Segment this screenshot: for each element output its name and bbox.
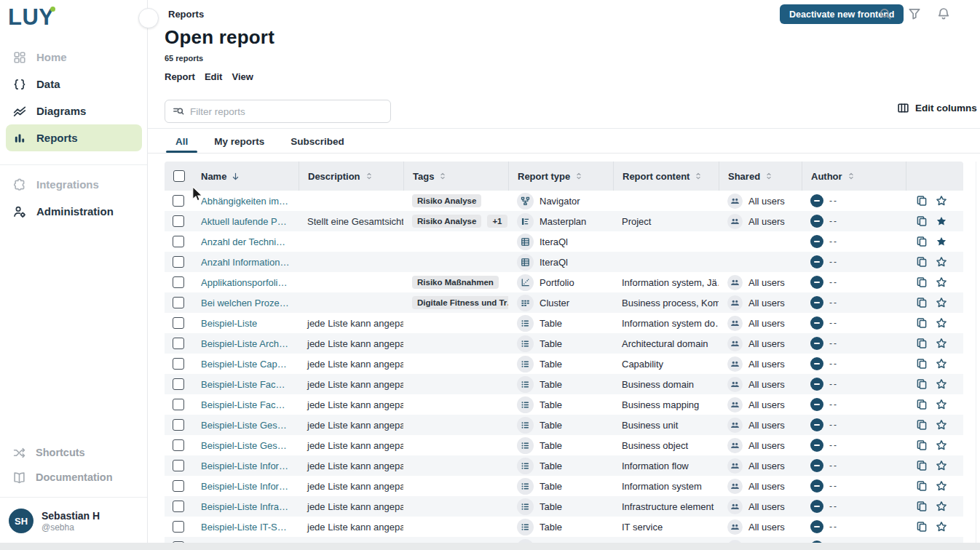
- sidebar-item-shortcuts[interactable]: Shortcuts: [6, 440, 142, 465]
- column-header-author[interactable]: Author: [802, 162, 906, 191]
- report-name-link[interactable]: Beispiel-Liste Geschäft…: [201, 420, 290, 431]
- report-name-link[interactable]: Beispiel-Liste Geschäft…: [201, 440, 290, 451]
- report-name-link[interactable]: Bei welchen Prozessen…: [201, 298, 290, 308]
- row-checkbox[interactable]: [173, 297, 184, 308]
- select-all-checkbox[interactable]: [173, 170, 185, 182]
- report-name-link[interactable]: Anzahl Informationssy…: [201, 257, 290, 268]
- copy-icon[interactable]: [916, 521, 928, 533]
- row-checkbox[interactable]: [173, 399, 184, 410]
- column-header-tags[interactable]: Tags: [403, 162, 508, 191]
- copy-icon[interactable]: [916, 439, 928, 451]
- row-checkbox[interactable]: [173, 236, 184, 247]
- copy-icon[interactable]: [916, 195, 928, 207]
- report-name-link[interactable]: Beispiel-Liste Fachlich…: [201, 399, 290, 410]
- sidebar-item-home[interactable]: Home: [6, 44, 142, 71]
- row-checkbox[interactable]: [173, 276, 184, 288]
- table-scrollbar-track[interactable]: [976, 162, 976, 543]
- copy-icon[interactable]: [916, 338, 928, 349]
- row-checkbox[interactable]: [173, 480, 184, 492]
- row-checkbox[interactable]: [173, 460, 184, 471]
- tab-all[interactable]: All: [162, 129, 201, 153]
- user-block[interactable]: SH Sebastian H @sebha: [9, 509, 100, 533]
- tab-subscribed[interactable]: Subscribed: [277, 129, 357, 153]
- row-checkbox[interactable]: [173, 419, 184, 431]
- copy-icon[interactable]: [916, 358, 928, 370]
- report-name-link[interactable]: Beispiel-Liste Informati…: [201, 461, 290, 471]
- copy-icon[interactable]: [916, 236, 928, 247]
- sidebar-item-reports[interactable]: Reports: [6, 124, 142, 151]
- search-icon[interactable]: [879, 7, 892, 20]
- horizontal-scrollbar-track[interactable]: [0, 543, 980, 550]
- column-header-report-content[interactable]: Report content: [613, 162, 719, 191]
- report-name-link[interactable]: Aktuell laufende Projek…: [201, 216, 290, 227]
- report-name-link[interactable]: Beispiel-Liste: [201, 318, 257, 329]
- copy-icon[interactable]: [916, 480, 928, 492]
- row-checkbox[interactable]: [173, 256, 184, 268]
- report-name-link[interactable]: Beispiel-Liste IT-Servic…: [201, 522, 290, 533]
- menu-item-edit[interactable]: Edit: [205, 71, 223, 82]
- copy-icon[interactable]: [916, 317, 928, 329]
- report-name-link[interactable]: Beispiel-Liste Architekt…: [201, 338, 290, 349]
- report-name-link[interactable]: Beispiel-Liste Informati…: [201, 481, 290, 492]
- report-name-link[interactable]: Beispiel-Liste Fachlich…: [201, 379, 290, 390]
- row-checkbox[interactable]: [173, 439, 184, 451]
- column-header-shared[interactable]: Shared: [719, 162, 802, 191]
- star-icon[interactable]: [936, 419, 947, 431]
- copy-icon[interactable]: [916, 378, 928, 390]
- copy-icon[interactable]: [916, 297, 928, 308]
- star-icon[interactable]: [936, 480, 947, 492]
- row-checkbox[interactable]: [173, 501, 184, 512]
- star-icon[interactable]: [936, 317, 947, 329]
- sidebar-item-data[interactable]: Data: [6, 71, 142, 97]
- star-icon[interactable]: [936, 297, 947, 308]
- copy-icon[interactable]: [916, 460, 928, 471]
- star-icon[interactable]: [936, 236, 947, 247]
- row-checkbox[interactable]: [173, 338, 184, 349]
- filter-reports-box[interactable]: [165, 100, 391, 123]
- star-icon[interactable]: [936, 256, 947, 268]
- copy-icon[interactable]: [916, 215, 928, 227]
- star-icon[interactable]: [936, 439, 947, 451]
- row-checkbox[interactable]: [173, 215, 184, 227]
- copy-icon[interactable]: [916, 276, 928, 288]
- row-checkbox[interactable]: [173, 358, 184, 370]
- star-icon[interactable]: [936, 358, 947, 370]
- copy-icon[interactable]: [916, 419, 928, 431]
- star-icon[interactable]: [936, 378, 947, 390]
- sidebar-item-documentation[interactable]: Documentation: [6, 465, 142, 490]
- sidebar-item-integrations[interactable]: Integrations: [6, 171, 142, 198]
- report-name-link[interactable]: Anzahl der Technische…: [201, 236, 290, 247]
- copy-icon[interactable]: [916, 399, 928, 410]
- row-checkbox[interactable]: [173, 195, 184, 207]
- star-icon[interactable]: [936, 501, 947, 512]
- column-header-description[interactable]: Description: [299, 162, 403, 191]
- sidebar-item-administration[interactable]: Administration: [6, 198, 142, 225]
- star-icon[interactable]: [936, 521, 947, 533]
- copy-icon[interactable]: [916, 256, 928, 268]
- star-icon[interactable]: [936, 276, 947, 288]
- star-icon[interactable]: [936, 338, 947, 349]
- tab-my-reports[interactable]: My reports: [201, 129, 277, 153]
- star-icon[interactable]: [936, 460, 947, 471]
- star-icon[interactable]: [936, 399, 947, 410]
- star-icon[interactable]: [936, 195, 947, 207]
- edit-columns-button[interactable]: Edit columns: [897, 102, 977, 114]
- report-name-link[interactable]: Beispiel-Liste Capability: [201, 359, 290, 370]
- filter-icon[interactable]: [908, 7, 921, 20]
- sidebar-collapse-button[interactable]: [138, 8, 159, 28]
- menu-item-view[interactable]: View: [232, 71, 253, 82]
- column-header-name[interactable]: Name: [192, 162, 299, 191]
- report-name-link[interactable]: Beispiel-Liste Infrastru…: [201, 501, 290, 512]
- star-icon[interactable]: [936, 215, 947, 227]
- user-avatar[interactable]: SH: [9, 509, 33, 533]
- report-name-link[interactable]: Applikationsporfolio Ü…: [201, 277, 290, 288]
- copy-icon[interactable]: [916, 501, 928, 512]
- row-checkbox[interactable]: [173, 378, 184, 390]
- report-name-link[interactable]: Abhängigkeiten im Kon…: [201, 196, 290, 207]
- notifications-bell-icon[interactable]: [937, 7, 950, 20]
- row-checkbox[interactable]: [173, 317, 184, 329]
- filter-reports-input[interactable]: [189, 105, 383, 118]
- luy-logo[interactable]: LUY: [8, 4, 55, 31]
- menu-item-report[interactable]: Report: [165, 71, 195, 82]
- sidebar-item-diagrams[interactable]: Diagrams: [6, 97, 142, 124]
